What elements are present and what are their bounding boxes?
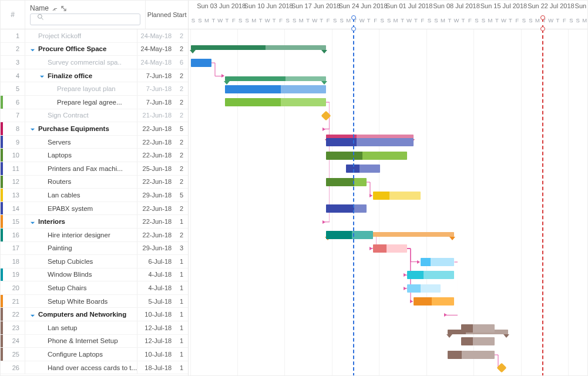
- task-name-cell[interactable]: Survey commercial spa..: [25, 56, 137, 69]
- task-row[interactable]: 5Prepare layout plan7-Jun-182: [1, 82, 188, 96]
- task-row[interactable]: 13Lan cables29-Jun-185: [1, 189, 188, 202]
- collapse-icon[interactable]: [52, 6, 58, 11]
- task-name-cell[interactable]: Interiors: [25, 215, 137, 228]
- task-row[interactable]: 4Finalize office7-Jun-182: [1, 69, 188, 83]
- task-name-cell[interactable]: Phone & Internet Setup: [25, 335, 137, 348]
- task-name-cell[interactable]: Prepare legal agree...: [25, 96, 137, 109]
- dependency-arrow-icon: [444, 313, 447, 317]
- expand-caret-icon[interactable]: [30, 126, 36, 131]
- task-name-cell[interactable]: Hire interior designer: [25, 229, 137, 241]
- task-name-cell[interactable]: Procure Office Space: [25, 43, 137, 56]
- row-number: 18: [1, 255, 25, 268]
- expand-caret-icon[interactable]: [30, 312, 36, 317]
- expand-caret-icon[interactable]: [30, 46, 36, 52]
- task-row[interactable]: 7Sign Contract21-Jun-182: [1, 109, 188, 123]
- task-planned-start: 6-Jul-18: [137, 258, 175, 265]
- task-planned-start: 7-Jun-18: [137, 99, 175, 106]
- task-row[interactable]: 15Interiors22-Jun-181: [1, 215, 188, 229]
- task-row[interactable]: 19Window Blinds4-Jul-181: [1, 268, 188, 282]
- task-name-cell[interactable]: Lan cables: [25, 189, 137, 202]
- task-row[interactable]: 22Computers and Networking10-Jul-181: [1, 308, 188, 321]
- task-planned-start: 7-Jun-18: [137, 85, 175, 92]
- task-bar[interactable]: [461, 324, 495, 333]
- task-name-cell[interactable]: Prepare layout plan: [25, 82, 137, 95]
- task-name-label: Routers: [48, 178, 71, 185]
- task-row[interactable]: 8Purchase Equipments22-Jun-185: [1, 122, 188, 136]
- task-bar[interactable]: [421, 258, 454, 266]
- task-row[interactable]: 14EPABX system22-Jun-182: [1, 202, 188, 216]
- task-name-cell[interactable]: Setup White Boards: [25, 295, 137, 308]
- task-name-cell[interactable]: Printers and Fax machi...: [25, 162, 137, 175]
- task-row[interactable]: 25Configure Laptops10-Jul-181: [1, 348, 188, 361]
- task-name-cell[interactable]: Hand over access cards to t...: [25, 361, 137, 374]
- search-input[interactable]: [30, 14, 140, 25]
- summary-bar[interactable]: [191, 45, 326, 50]
- task-row[interactable]: 23Lan setup12-Jul-181: [1, 321, 188, 335]
- task-row[interactable]: 3Survey commercial spa..24-May-186: [1, 56, 188, 69]
- task-row[interactable]: 26Hand over access cards to t...18-Jul-1…: [1, 361, 188, 375]
- column-header-number[interactable]: #: [1, 1, 25, 29]
- task-name-cell[interactable]: Servers: [25, 136, 137, 149]
- column-header-name[interactable]: Name: [25, 1, 146, 29]
- task-bar[interactable]: [326, 231, 373, 239]
- task-name-cell[interactable]: Setup Cubicles: [25, 255, 137, 268]
- task-name-cell[interactable]: Finalize office: [25, 69, 137, 82]
- task-name-cell[interactable]: Configure Laptops: [25, 348, 137, 361]
- task-name-cell[interactable]: Project Kickoff: [25, 29, 137, 42]
- task-row[interactable]: 11Printers and Fax machi...25-Jun-182: [1, 162, 188, 176]
- task-bar[interactable]: [373, 244, 406, 253]
- gantt-chart[interactable]: [189, 29, 587, 375]
- task-bar[interactable]: [326, 138, 414, 146]
- row-number: 21: [1, 295, 25, 308]
- task-name-cell[interactable]: Laptops: [25, 149, 137, 162]
- task-row[interactable]: 16Hire interior designer22-Jun-182: [1, 229, 188, 242]
- day-label: W: [406, 17, 412, 24]
- expand-caret-icon[interactable]: [30, 219, 36, 224]
- timeline-pane[interactable]: Sun 03 Jun 2018Sun 10 Jun 2018Sun 17 Jun…: [189, 1, 587, 375]
- task-name-cell[interactable]: Window Blinds: [25, 268, 137, 281]
- task-row[interactable]: 9Servers22-Jun-182: [1, 136, 188, 149]
- expand-icon[interactable]: [61, 6, 66, 11]
- task-bar[interactable]: [191, 59, 211, 67]
- task-name-cell[interactable]: Purchase Equipments: [25, 122, 137, 135]
- task-extra-value: 1: [175, 218, 188, 225]
- task-row[interactable]: 10Laptops22-Jun-182: [1, 149, 188, 162]
- task-row[interactable]: 24Phone & Internet Setup12-Jul-181: [1, 335, 188, 348]
- column-header-planned-start[interactable]: Planned Start: [146, 1, 188, 29]
- task-name-cell[interactable]: EPABX system: [25, 202, 137, 215]
- task-extra-value: 1: [175, 284, 188, 291]
- task-name-cell[interactable]: Painting: [25, 242, 137, 255]
- task-name-cell[interactable]: Lan setup: [25, 321, 137, 334]
- task-name-cell[interactable]: Sign Contract: [25, 109, 137, 122]
- task-bar[interactable]: [373, 192, 420, 200]
- task-bar[interactable]: [346, 164, 379, 173]
- task-bar[interactable]: [414, 297, 454, 306]
- task-planned-start: 24-May-18: [137, 45, 175, 52]
- task-name-cell[interactable]: Routers: [25, 176, 137, 189]
- task-planned-start: 10-Jul-18: [137, 351, 175, 358]
- task-bar[interactable]: [225, 85, 326, 93]
- task-name-cell[interactable]: Computers and Networking: [25, 308, 137, 321]
- task-row[interactable]: 20Setup Chairs4-Jul-181: [1, 281, 188, 295]
- task-bar[interactable]: [326, 204, 367, 213]
- expand-caret-icon: [39, 298, 45, 304]
- summary-bar[interactable]: [225, 76, 326, 81]
- task-row[interactable]: 21Setup White Boards5-Jul-181: [1, 295, 188, 308]
- task-bar[interactable]: [326, 178, 367, 186]
- task-bar[interactable]: [225, 98, 326, 106]
- task-row[interactable]: 1Project Kickoff24-May-182: [1, 29, 188, 43]
- task-row[interactable]: 6Prepare legal agree...7-Jun-182: [1, 96, 188, 109]
- expand-caret-icon[interactable]: [39, 73, 45, 78]
- task-row[interactable]: 18Setup Cubicles6-Jul-181: [1, 255, 188, 268]
- task-row[interactable]: 17Painting29-Jun-183: [1, 242, 188, 256]
- task-row[interactable]: 2Procure Office Space24-May-182: [1, 43, 188, 56]
- task-row[interactable]: 12Routers22-Jun-182: [1, 176, 188, 189]
- task-bar[interactable]: [448, 351, 495, 359]
- task-bar[interactable]: [407, 271, 454, 279]
- task-name-cell[interactable]: Setup Chairs: [25, 281, 137, 294]
- task-bar[interactable]: [461, 337, 495, 345]
- task-planned-start: 22-Jun-18: [137, 152, 175, 159]
- task-bar[interactable]: [326, 152, 407, 160]
- task-grid[interactable]: 1Project Kickoff24-May-1822Procure Offic…: [1, 29, 188, 375]
- task-bar[interactable]: [407, 284, 441, 293]
